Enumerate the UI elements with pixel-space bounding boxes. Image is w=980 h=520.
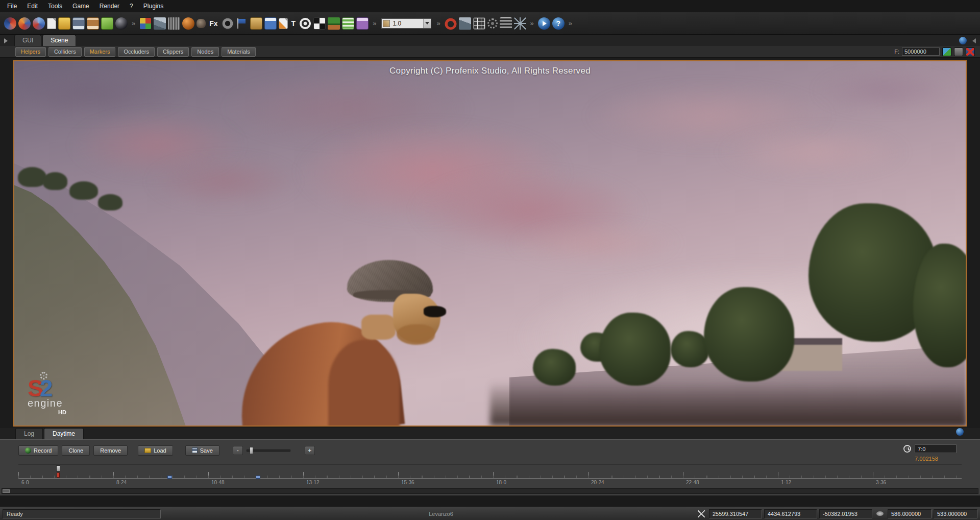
remove-button[interactable]: Remove xyxy=(93,445,128,456)
rock-icon[interactable] xyxy=(197,19,206,28)
timeline-zoom-slider[interactable] xyxy=(247,446,290,455)
viewport-monitor-icon[interactable] xyxy=(954,48,963,56)
menu-item-edit[interactable]: Edit xyxy=(22,2,43,11)
toolbar-overflow-chevron[interactable]: » xyxy=(530,19,534,27)
undo-icon[interactable] xyxy=(445,17,457,30)
tab-scene[interactable]: Scene xyxy=(42,35,76,46)
menu-item-render[interactable]: Render xyxy=(94,2,125,11)
timeline-scrollbar[interactable] xyxy=(2,488,978,494)
clock-icon xyxy=(903,445,911,453)
help-icon[interactable]: ? xyxy=(552,17,565,30)
fog-terrain-icon[interactable] xyxy=(459,17,471,30)
tree xyxy=(704,287,794,382)
fx-tool-icon[interactable]: Fx xyxy=(209,19,217,28)
timeline-keyframe-marker[interactable] xyxy=(256,476,260,479)
gear-icon[interactable] xyxy=(487,18,498,29)
checker-icon[interactable] xyxy=(313,17,326,30)
menu-item-file[interactable]: File xyxy=(2,2,22,11)
panel-options-icon[interactable] xyxy=(959,37,967,44)
cube-icon[interactable] xyxy=(139,17,152,30)
target-icon[interactable] xyxy=(299,17,311,30)
import-file-icon[interactable] xyxy=(58,17,70,30)
logo-hd-text: HD xyxy=(28,409,66,415)
zoom-out-button[interactable]: - xyxy=(233,446,243,455)
daytime-timeline[interactable]: 6-0 8-24 10-48 13-12 15-36 18-0 20-24 22… xyxy=(18,464,962,484)
nodes-button[interactable]: Nodes xyxy=(191,47,219,57)
clippers-button[interactable]: Clippers xyxy=(157,47,189,57)
menu-item-plugins[interactable]: Plugins xyxy=(138,2,168,11)
time-float-value: 7.002158 xyxy=(912,456,957,462)
menu-item-tools[interactable]: Tools xyxy=(43,2,67,11)
zoom-in-button[interactable]: + xyxy=(305,446,315,455)
save-as-icon[interactable] xyxy=(87,17,99,30)
horizontal-lines-icon[interactable] xyxy=(500,17,512,30)
new-file-icon[interactable] xyxy=(47,18,56,29)
ridge-tree xyxy=(18,167,46,187)
project-name: Levanzo6 xyxy=(429,511,453,517)
bottom-panel-options-icon[interactable] xyxy=(956,428,964,436)
timeline-keyframe-marker[interactable] xyxy=(167,476,172,479)
terrain-icon[interactable] xyxy=(154,17,166,30)
texture-scale-combo[interactable]: 1.0 xyxy=(381,18,431,29)
slider-thumb[interactable] xyxy=(250,447,253,454)
flag-icon[interactable] xyxy=(236,17,248,30)
script-icon[interactable] xyxy=(279,18,288,29)
export-file-icon[interactable] xyxy=(101,17,113,30)
text-tool-icon[interactable]: T xyxy=(291,19,296,28)
colliders-button[interactable]: Colliders xyxy=(48,47,82,57)
viewport-3d[interactable]: Copyright (C) Profenix Studio, All Right… xyxy=(13,60,967,427)
film-wheel-icon[interactable] xyxy=(222,17,234,30)
package-icon[interactable] xyxy=(250,17,262,30)
tab-daytime[interactable]: Daytime xyxy=(44,428,84,439)
s2-engine-editor-window: File Edit Tools Game Render ? Plugins » … xyxy=(0,0,980,520)
toolbar-overflow-chevron[interactable]: » xyxy=(373,19,376,27)
window-tool-icon[interactable] xyxy=(264,17,277,30)
viewport-close-icon[interactable] xyxy=(966,48,975,56)
timeline-label: 10-48 xyxy=(211,480,225,485)
materials-button[interactable]: Materials xyxy=(222,47,256,57)
tab-scroll-left-icon[interactable] xyxy=(4,38,10,43)
s2-new-project-icon[interactable] xyxy=(4,17,16,30)
s2-save-project-icon[interactable] xyxy=(33,17,45,30)
markers-button[interactable]: Markers xyxy=(84,47,116,57)
menu-item-game[interactable]: Game xyxy=(67,2,94,11)
timeline-scrollbar-thumb[interactable] xyxy=(3,489,10,493)
grid-icon[interactable] xyxy=(473,17,485,30)
save-button[interactable]: Save xyxy=(185,445,219,456)
time-input[interactable] xyxy=(915,444,957,453)
clone-button[interactable]: Clone xyxy=(62,445,90,456)
s2-open-project-icon[interactable] xyxy=(18,17,31,30)
load-label: Load xyxy=(154,447,166,454)
timeline-cursor-handle[interactable] xyxy=(56,465,60,471)
save-floppy-icon xyxy=(192,447,198,453)
planet-icon[interactable] xyxy=(182,17,194,30)
timeline-current-marker[interactable] xyxy=(57,472,60,478)
viewport-mode-icon[interactable] xyxy=(942,48,951,56)
save-file-icon[interactable] xyxy=(72,17,85,30)
toolbar-overflow-chevron[interactable]: » xyxy=(569,19,572,27)
texture-swatch-icon xyxy=(383,20,390,27)
menu-bar: File Edit Tools Game Render ? Plugins xyxy=(0,0,980,12)
far-clip-input[interactable] xyxy=(902,48,940,56)
snowflake-icon[interactable] xyxy=(514,17,526,30)
plant-icon[interactable] xyxy=(328,17,340,30)
tab-gui[interactable]: GUI xyxy=(14,35,41,46)
render-orb-icon[interactable] xyxy=(115,17,128,30)
logo-engine-text: engine xyxy=(28,397,94,409)
toolbar-overflow-chevron[interactable]: » xyxy=(132,19,135,27)
window-purple-icon[interactable] xyxy=(356,17,369,30)
timeline-label: 8-24 xyxy=(116,480,127,485)
record-button[interactable]: Record xyxy=(18,445,58,456)
play-icon[interactable] xyxy=(538,17,550,30)
clone-label: Clone xyxy=(68,447,83,454)
task-list-icon[interactable] xyxy=(342,17,354,30)
helpers-button[interactable]: Helpers xyxy=(15,47,46,57)
mesh-icon[interactable] xyxy=(168,17,180,30)
tab-log[interactable]: Log xyxy=(15,428,43,439)
load-button[interactable]: Load xyxy=(138,445,173,456)
tab-scroll-right-icon[interactable] xyxy=(970,38,976,43)
menu-item-help[interactable]: ? xyxy=(125,2,138,11)
combo-dropdown-button[interactable] xyxy=(423,19,431,28)
occluders-button[interactable]: Occluders xyxy=(118,47,155,57)
toolbar-overflow-chevron[interactable]: » xyxy=(436,19,440,27)
